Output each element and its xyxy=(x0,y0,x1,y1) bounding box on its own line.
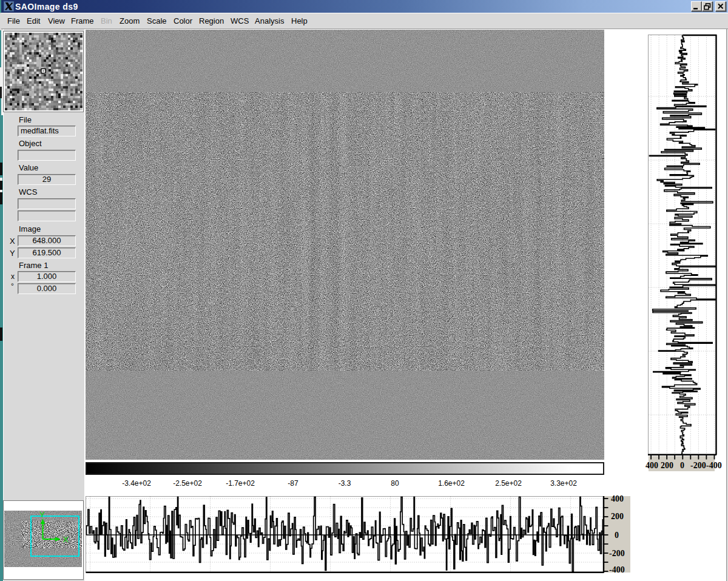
svg-text:X: X xyxy=(63,535,69,544)
svg-text:Y: Y xyxy=(39,511,45,519)
